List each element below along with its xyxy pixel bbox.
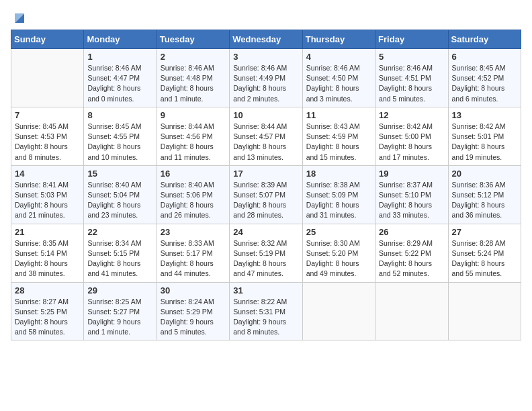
daylight-text: Daylight: 8 hours and 6 minutes. (452, 84, 505, 102)
weekday-header: Sunday (11, 30, 84, 49)
sunset-text: Sunset: 5:22 PM (379, 249, 431, 257)
sunset-text: Sunset: 4:52 PM (452, 74, 504, 82)
day-number: 15 (87, 169, 152, 179)
day-number: 28 (15, 285, 80, 295)
calendar-cell: 24 Sunrise: 8:32 AM Sunset: 5:19 PM Dayl… (230, 224, 302, 282)
day-info: Sunrise: 8:27 AM Sunset: 5:25 PM Dayligh… (15, 297, 80, 338)
day-info: Sunrise: 8:41 AM Sunset: 5:03 PM Dayligh… (15, 180, 80, 221)
daylight-text: Daylight: 8 hours and 11 minutes. (161, 142, 214, 161)
daylight-text: Daylight: 8 hours and 36 minutes. (452, 201, 505, 219)
sunrise-text: Sunrise: 8:30 AM (306, 239, 360, 247)
sunset-text: Sunset: 4:49 PM (233, 74, 285, 82)
calendar-cell (375, 282, 448, 340)
day-number: 19 (379, 169, 444, 179)
sunrise-text: Sunrise: 8:32 AM (233, 239, 287, 247)
calendar-cell: 13 Sunrise: 8:42 AM Sunset: 5:01 PM Dayl… (448, 107, 521, 165)
sunrise-text: Sunrise: 8:46 AM (306, 64, 360, 72)
calendar-cell: 9 Sunrise: 8:44 AM Sunset: 4:56 PM Dayli… (157, 107, 229, 165)
day-info: Sunrise: 8:44 AM Sunset: 4:57 PM Dayligh… (233, 122, 298, 163)
calendar-cell: 5 Sunrise: 8:46 AM Sunset: 4:51 PM Dayli… (375, 49, 448, 107)
calendar-cell: 25 Sunrise: 8:30 AM Sunset: 5:20 PM Dayl… (302, 224, 375, 282)
sunset-text: Sunset: 5:14 PM (15, 249, 67, 257)
day-info: Sunrise: 8:36 AM Sunset: 5:12 PM Dayligh… (452, 180, 517, 221)
day-number: 11 (306, 110, 371, 120)
sunrise-text: Sunrise: 8:46 AM (379, 64, 433, 72)
day-info: Sunrise: 8:46 AM Sunset: 4:47 PM Dayligh… (87, 63, 152, 104)
day-info: Sunrise: 8:24 AM Sunset: 5:29 PM Dayligh… (161, 297, 226, 338)
daylight-text: Daylight: 8 hours and 47 minutes. (233, 259, 286, 277)
sunrise-text: Sunrise: 8:46 AM (233, 64, 287, 72)
calendar-week-row: 7 Sunrise: 8:45 AM Sunset: 4:53 PM Dayli… (11, 107, 521, 165)
sunrise-text: Sunrise: 8:46 AM (87, 64, 141, 72)
calendar-week-row: 28 Sunrise: 8:27 AM Sunset: 5:25 PM Dayl… (11, 282, 521, 340)
daylight-text: Daylight: 8 hours and 1 minute. (161, 84, 214, 102)
calendar-cell: 22 Sunrise: 8:34 AM Sunset: 5:15 PM Dayl… (84, 224, 157, 282)
day-number: 6 (452, 52, 517, 62)
sunset-text: Sunset: 5:27 PM (87, 308, 140, 316)
sunset-text: Sunset: 4:55 PM (87, 132, 140, 140)
calendar-week-row: 21 Sunrise: 8:35 AM Sunset: 5:14 PM Dayl… (11, 224, 521, 282)
daylight-text: Daylight: 8 hours and 23 minutes. (87, 201, 140, 219)
logo (11, 11, 27, 24)
day-number: 22 (87, 227, 152, 237)
logo-icon (12, 11, 27, 26)
daylight-text: Daylight: 8 hours and 19 minutes. (452, 142, 505, 161)
calendar-cell: 14 Sunrise: 8:41 AM Sunset: 5:03 PM Dayl… (11, 165, 84, 224)
day-number: 26 (379, 227, 444, 237)
daylight-text: Daylight: 9 hours and 5 minutes. (161, 318, 214, 336)
weekday-header: Monday (84, 30, 157, 49)
daylight-text: Daylight: 8 hours and 55 minutes. (452, 259, 505, 277)
day-info: Sunrise: 8:45 AM Sunset: 4:52 PM Dayligh… (452, 63, 517, 104)
day-number: 5 (379, 52, 444, 62)
sunrise-text: Sunrise: 8:45 AM (87, 122, 141, 130)
sunset-text: Sunset: 5:15 PM (87, 249, 140, 257)
day-info: Sunrise: 8:30 AM Sunset: 5:20 PM Dayligh… (306, 238, 371, 279)
day-info: Sunrise: 8:33 AM Sunset: 5:17 PM Dayligh… (161, 238, 226, 279)
daylight-text: Daylight: 8 hours and 8 minutes. (15, 142, 68, 161)
sunrise-text: Sunrise: 8:34 AM (87, 239, 141, 247)
day-number: 13 (452, 110, 517, 120)
daylight-text: Daylight: 8 hours and 17 minutes. (379, 142, 432, 161)
sunrise-text: Sunrise: 8:40 AM (161, 181, 214, 189)
day-number: 30 (161, 285, 226, 295)
sunset-text: Sunset: 4:50 PM (306, 74, 359, 82)
day-info: Sunrise: 8:45 AM Sunset: 4:53 PM Dayligh… (15, 122, 80, 163)
day-number: 12 (379, 110, 444, 120)
sunrise-text: Sunrise: 8:44 AM (233, 122, 287, 130)
day-number: 18 (306, 169, 371, 179)
calendar-cell: 28 Sunrise: 8:27 AM Sunset: 5:25 PM Dayl… (11, 282, 84, 340)
calendar-week-row: 14 Sunrise: 8:41 AM Sunset: 5:03 PM Dayl… (11, 165, 521, 224)
day-number: 29 (87, 285, 152, 295)
day-number: 23 (161, 227, 226, 237)
day-number: 14 (15, 169, 80, 179)
sunrise-text: Sunrise: 8:25 AM (87, 298, 141, 306)
sunset-text: Sunset: 5:04 PM (87, 191, 140, 199)
day-number: 1 (87, 52, 152, 62)
calendar-table: SundayMondayTuesdayWednesdayThursdayFrid… (11, 30, 521, 340)
day-info: Sunrise: 8:46 AM Sunset: 4:48 PM Dayligh… (161, 63, 226, 104)
daylight-text: Daylight: 8 hours and 49 minutes. (306, 259, 359, 277)
sunrise-text: Sunrise: 8:29 AM (379, 239, 433, 247)
daylight-text: Daylight: 8 hours and 58 minutes. (15, 318, 68, 336)
day-number: 3 (233, 52, 298, 62)
sunrise-text: Sunrise: 8:24 AM (161, 298, 214, 306)
day-number: 31 (233, 285, 298, 295)
calendar-cell: 7 Sunrise: 8:45 AM Sunset: 4:53 PM Dayli… (11, 107, 84, 165)
day-info: Sunrise: 8:32 AM Sunset: 5:19 PM Dayligh… (233, 238, 298, 279)
calendar-cell: 31 Sunrise: 8:22 AM Sunset: 5:31 PM Dayl… (230, 282, 302, 340)
daylight-text: Daylight: 8 hours and 33 minutes. (379, 201, 432, 219)
sunset-text: Sunset: 4:47 PM (87, 74, 140, 82)
sunset-text: Sunset: 5:31 PM (233, 308, 285, 316)
day-info: Sunrise: 8:35 AM Sunset: 5:14 PM Dayligh… (15, 238, 80, 279)
calendar-cell: 30 Sunrise: 8:24 AM Sunset: 5:29 PM Dayl… (157, 282, 229, 340)
calendar-cell: 2 Sunrise: 8:46 AM Sunset: 4:48 PM Dayli… (157, 49, 229, 107)
day-info: Sunrise: 8:34 AM Sunset: 5:15 PM Dayligh… (87, 238, 152, 279)
day-info: Sunrise: 8:25 AM Sunset: 5:27 PM Dayligh… (87, 297, 152, 338)
daylight-text: Daylight: 9 hours and 8 minutes. (233, 318, 286, 336)
calendar-cell: 19 Sunrise: 8:37 AM Sunset: 5:10 PM Dayl… (375, 165, 448, 224)
sunset-text: Sunset: 5:12 PM (452, 191, 504, 199)
weekday-header: Thursday (302, 30, 375, 49)
sunset-text: Sunset: 4:57 PM (233, 132, 285, 140)
sunset-text: Sunset: 5:25 PM (15, 308, 67, 316)
calendar-cell (11, 49, 84, 107)
